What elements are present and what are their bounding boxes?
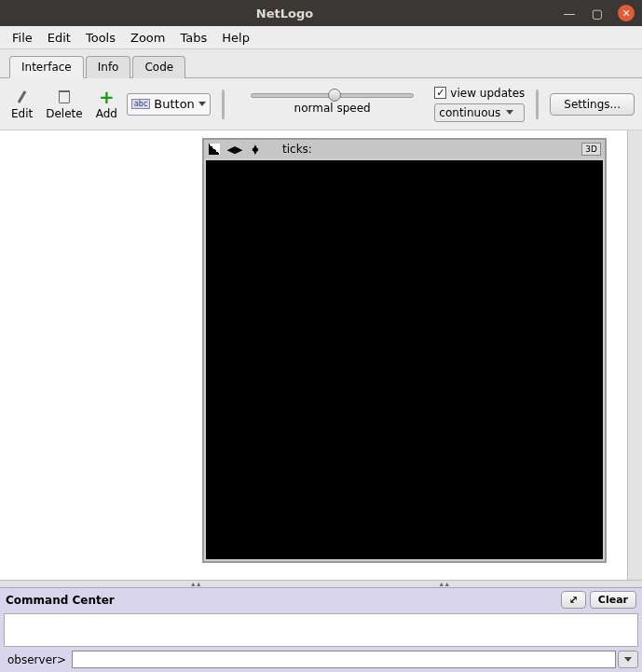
view-updates-label: view updates [450,87,525,100]
minimize-button[interactable]: — [562,6,577,21]
interface-canvas-area: ◀▶ ▲▼ ticks: 3D [0,130,642,580]
menubar: File Edit Tools Zoom Tabs Help [0,26,642,49]
command-output[interactable] [4,613,638,647]
view-updates-row: ✓ view updates [434,87,525,100]
update-mode-label: continuous [439,106,500,119]
speed-slider[interactable] [251,93,414,98]
menu-edit[interactable]: Edit [41,28,77,48]
update-mode-selector[interactable]: continuous [434,103,525,122]
titlebar: NetLogo — ▢ [0,0,642,26]
minimize-icon: — [564,7,576,21]
maximize-icon: ▢ [592,7,603,21]
trash-icon [56,89,73,105]
toolbar: Edit Delete + Add abc Button normal spee… [0,78,642,130]
view-updates-checkbox[interactable]: ✓ [434,87,446,99]
update-block: ✓ view updates continuous [434,87,525,122]
ticks-label: ticks: [282,143,312,156]
shapes-icon[interactable] [208,143,221,156]
tab-interface[interactable]: Interface [9,56,84,78]
menu-tabs[interactable]: Tabs [173,28,213,48]
tabbar: Interface Info Code [0,49,642,78]
menu-zoom[interactable]: Zoom [124,28,171,48]
pencil-icon [14,89,31,105]
speed-control: normal speed [236,93,429,115]
menu-file[interactable]: File [6,28,39,48]
slider-thumb[interactable] [328,89,341,102]
edit-tool[interactable]: Edit [7,89,36,120]
window-title: NetLogo [7,7,562,21]
plus-icon: + [98,89,115,105]
add-tool-label: Add [96,107,117,120]
speed-label: normal speed [294,102,371,115]
sort-icon[interactable]: ▲▼ [249,143,262,156]
close-button[interactable] [618,5,635,21]
clear-button[interactable]: Clear [590,591,636,609]
3d-button[interactable]: 3D [581,143,601,156]
tab-code[interactable]: Code [132,56,185,78]
settings-button[interactable]: Settings... [550,93,635,116]
abc-icon: abc [131,99,150,109]
widget-type-label: Button [154,97,195,111]
delete-tool-label: Delete [46,107,82,120]
arrows-icon[interactable]: ◀▶ [228,143,241,156]
chevron-down-icon [624,657,632,662]
tab-info[interactable]: Info [86,56,131,78]
world-view[interactable] [206,160,603,559]
add-tool[interactable]: + Add [92,89,121,120]
expand-button[interactable]: ⤢ [561,591,586,609]
expand-icon: ⤢ [569,594,578,606]
command-center-header: Command Center ⤢ Clear [0,588,642,611]
menu-tools[interactable]: Tools [79,28,122,48]
chevron-down-icon [198,102,206,106]
delete-tool[interactable]: Delete [42,89,86,120]
canvas[interactable]: ◀▶ ▲▼ ticks: 3D [0,130,627,580]
edit-tool-label: Edit [11,107,33,120]
pane-resizer[interactable]: ▴▴ ▴▴ [0,580,642,587]
vertical-scrollbar[interactable] [627,130,642,580]
toolbar-divider [536,89,539,119]
menu-help[interactable]: Help [215,28,256,48]
window-controls: — ▢ [562,5,635,21]
maximize-button[interactable]: ▢ [590,6,605,21]
command-center-title: Command Center [6,594,115,607]
toolbar-divider [222,89,225,119]
command-center: Command Center ⤢ Clear observer> [0,587,642,672]
command-input-row: observer> [0,649,642,672]
command-input[interactable] [72,651,616,668]
history-dropdown[interactable] [618,651,638,668]
world-view-widget[interactable]: ◀▶ ▲▼ ticks: 3D [202,138,607,563]
chevron-down-icon [506,110,513,115]
widget-type-selector[interactable]: abc Button [127,93,211,116]
agent-context-label[interactable]: observer> [4,651,70,668]
view-header: ◀▶ ▲▼ ticks: 3D [204,140,605,158]
